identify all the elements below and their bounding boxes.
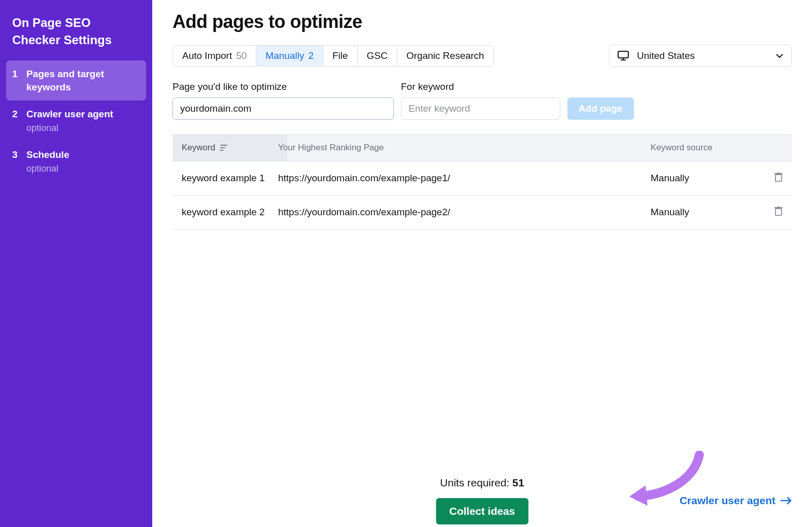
source-tabs: Auto Import 50 Manually 2 File GSC Organ… xyxy=(173,45,494,67)
delete-row-button[interactable] xyxy=(774,173,783,182)
nav-step-label: Crawler user agent xyxy=(26,109,113,119)
svg-rect-9 xyxy=(775,209,782,215)
tab-auto-import[interactable]: Auto Import 50 xyxy=(173,46,256,66)
next-step-link[interactable]: Crawler user agent xyxy=(680,495,792,507)
svg-rect-5 xyxy=(220,150,223,151)
units-value: 51 xyxy=(513,477,524,488)
tab-label: Manually xyxy=(265,50,304,61)
keyword-field-label: For keyword xyxy=(401,81,560,92)
table-row: keyword example 1 https://yourdomain.com… xyxy=(173,161,792,195)
tab-label: File xyxy=(332,50,348,61)
tab-file[interactable]: File xyxy=(323,46,358,66)
cell-keyword: keyword example 1 xyxy=(182,173,278,184)
controls-row: Auto Import 50 Manually 2 File GSC Organ… xyxy=(173,45,792,67)
nav-step-sub: optional xyxy=(26,162,69,175)
url-field-label: Page you'd like to optimize xyxy=(173,81,394,92)
svg-rect-4 xyxy=(220,147,225,148)
footer: Units required: 51 Collect ideas Crawler… xyxy=(173,495,792,507)
units-label: Units required: xyxy=(440,477,512,488)
cell-source: Manually xyxy=(651,173,752,184)
tab-count: 2 xyxy=(308,50,314,61)
col-source: Keyword source xyxy=(651,143,752,153)
units-required: Units required: 51 xyxy=(436,477,528,489)
svg-rect-0 xyxy=(618,51,628,58)
table-row: keyword example 2 https://yourdomain.com… xyxy=(173,195,792,229)
add-page-button[interactable]: Add page xyxy=(567,97,634,120)
nav-step-number: 3 xyxy=(12,148,19,175)
col-keyword-label: Keyword xyxy=(182,143,215,153)
nav-item-schedule[interactable]: 3 Schedule optional xyxy=(6,141,146,182)
sort-icon xyxy=(220,145,227,151)
cell-page: https://yourdomain.com/example-page1/ xyxy=(278,173,651,184)
svg-rect-11 xyxy=(777,207,780,208)
col-page: Your Highest Ranking Page xyxy=(278,143,651,153)
svg-rect-8 xyxy=(777,173,780,174)
desktop-icon xyxy=(618,51,629,61)
nav-item-pages-keywords[interactable]: 1 Pages and target keywords xyxy=(6,60,146,101)
col-keyword[interactable]: Keyword xyxy=(173,135,287,161)
url-input[interactable] xyxy=(173,97,394,120)
cell-source: Manually xyxy=(651,207,752,218)
svg-rect-3 xyxy=(220,145,227,146)
tab-label: Organic Research xyxy=(407,50,484,61)
nav-step-label: Schedule xyxy=(26,149,69,160)
device-country-select[interactable]: United States xyxy=(609,45,792,67)
tab-label: GSC xyxy=(367,50,388,61)
svg-rect-2 xyxy=(623,58,624,60)
cell-keyword: keyword example 2 xyxy=(182,207,278,218)
nav-step-number: 1 xyxy=(12,68,19,93)
nav-item-crawler-agent[interactable]: 2 Crawler user agent optional xyxy=(6,101,146,141)
tab-count: 50 xyxy=(236,50,247,61)
collect-ideas-button[interactable]: Collect ideas xyxy=(436,498,528,524)
add-page-form: Page you'd like to optimize For keyword … xyxy=(173,81,792,120)
page-title: Add pages to optimize xyxy=(173,11,792,32)
country-label: United States xyxy=(637,50,695,61)
next-step-label: Crawler user agent xyxy=(680,495,775,507)
cell-page: https://yourdomain.com/example-page2/ xyxy=(278,207,651,218)
arrow-right-icon xyxy=(781,497,792,505)
tab-manually[interactable]: Manually 2 xyxy=(256,46,323,66)
chevron-down-icon xyxy=(776,54,783,58)
nav-step-sub: optional xyxy=(26,122,113,134)
tab-organic-research[interactable]: Organic Research xyxy=(397,46,493,66)
tab-label: Auto Import xyxy=(182,50,232,61)
nav-step-number: 2 xyxy=(12,108,19,134)
keywords-table: Keyword Your Highest Ranking Page Keywor… xyxy=(173,134,792,229)
main-content: Add pages to optimize Auto Import 50 Man… xyxy=(152,0,812,527)
nav-step-label: Pages and target keywords xyxy=(26,68,140,93)
table-header: Keyword Your Highest Ranking Page Keywor… xyxy=(173,135,792,161)
sidebar: On Page SEO Checker Settings 1 Pages and… xyxy=(0,0,152,527)
delete-row-button[interactable] xyxy=(774,207,783,216)
keyword-input[interactable] xyxy=(401,97,560,120)
svg-rect-6 xyxy=(775,175,782,181)
tab-gsc[interactable]: GSC xyxy=(358,46,397,66)
sidebar-title: On Page SEO Checker Settings xyxy=(6,14,146,60)
